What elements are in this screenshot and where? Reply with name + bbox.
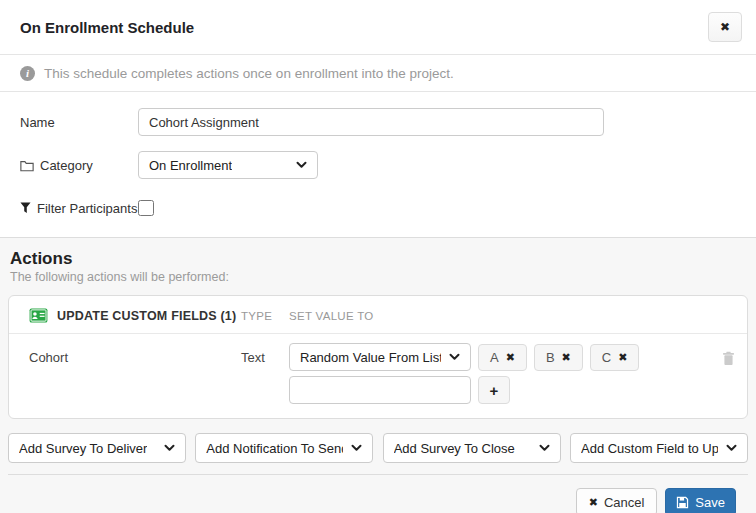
chevron-down-icon — [164, 444, 175, 452]
list-value-tag[interactable]: C ✖ — [590, 344, 640, 371]
category-selected-value: On Enrollment — [149, 158, 232, 173]
chevron-down-icon — [726, 444, 737, 452]
name-label-text: Name — [20, 115, 55, 130]
cancel-label: Cancel — [604, 495, 644, 510]
trash-icon — [722, 351, 735, 366]
category-row: Category On Enrollment — [20, 151, 736, 179]
close-button[interactable]: ✖ — [708, 12, 742, 42]
name-label: Name — [20, 115, 138, 130]
info-text: This schedule completes actions once on … — [44, 66, 454, 81]
value-mode-select[interactable]: Random Value From List — [289, 343, 471, 371]
tag-label: C — [602, 350, 611, 365]
save-disk-icon — [676, 496, 689, 509]
update-custom-fields-card: UPDATE CUSTOM FIELDS (1) TYPE SET VALUE … — [8, 295, 748, 419]
add-select-label: Add Survey To Close — [394, 441, 515, 456]
actions-section: Actions The following actions will be pe… — [0, 237, 756, 513]
tag-label: B — [546, 350, 555, 365]
card-title: UPDATE CUSTOM FIELDS (1) — [57, 309, 236, 323]
modal-title: On Enrollment Schedule — [20, 19, 194, 36]
folder-icon — [20, 159, 34, 172]
actions-heading: Actions — [10, 249, 748, 269]
chevron-down-icon — [351, 444, 362, 452]
filter-participants-checkbox[interactable] — [138, 200, 154, 216]
add-survey-to-close-select[interactable]: Add Survey To Close — [383, 433, 561, 463]
remove-icon[interactable]: ✖ — [562, 351, 571, 364]
add-select-label: Add Survey To Deliver — [19, 441, 147, 456]
plus-icon: + — [490, 382, 499, 399]
actions-subheading: The following actions will be performed: — [10, 270, 748, 284]
add-action-row: Add Survey To Deliver Add Notification T… — [8, 433, 748, 463]
category-label-text: Category — [40, 158, 93, 173]
custom-field-row: Cohort Text Random Value From List A ✖ — [9, 334, 747, 418]
list-value-tag[interactable]: B ✖ — [534, 344, 583, 371]
field-type: Text — [241, 343, 289, 365]
column-header-type: TYPE — [241, 310, 289, 322]
cancel-x-icon: ✖ — [589, 496, 598, 509]
chevron-down-icon — [539, 444, 550, 452]
name-row: Name — [20, 108, 736, 136]
tag-label: A — [490, 350, 499, 365]
remove-icon[interactable]: ✖ — [506, 351, 515, 364]
info-banner: i This schedule completes actions once o… — [0, 55, 756, 92]
close-icon: ✖ — [720, 20, 730, 34]
modal-header: On Enrollment Schedule ✖ — [0, 0, 756, 55]
info-icon: i — [20, 66, 35, 81]
add-value-button[interactable]: + — [478, 376, 510, 404]
filter-participants-label: Filter Participants — [20, 201, 138, 216]
new-list-value-input[interactable] — [289, 376, 471, 404]
schedule-form: Name Category On Enrollment — [0, 92, 756, 237]
filter-participants-label-text: Filter Participants — [37, 201, 137, 216]
cancel-button[interactable]: ✖ Cancel — [576, 488, 658, 513]
add-select-label: Add Notification To Send — [206, 441, 343, 456]
category-label: Category — [20, 158, 138, 173]
save-button[interactable]: Save — [665, 488, 736, 513]
chevron-down-icon — [449, 353, 460, 361]
value-mode-selected: Random Value From List — [300, 350, 441, 365]
save-label: Save — [695, 495, 725, 510]
filter-icon — [20, 202, 31, 214]
set-value-cell: Random Value From List A ✖ B ✖ — [289, 343, 701, 404]
add-notification-to-send-select[interactable]: Add Notification To Send — [195, 433, 373, 463]
field-name: Cohort — [29, 343, 241, 365]
add-custom-field-to-update-select[interactable]: Add Custom Field to Updat — [570, 433, 748, 463]
on-enrollment-schedule-modal: On Enrollment Schedule ✖ i This schedule… — [0, 0, 756, 513]
remove-icon[interactable]: ✖ — [618, 351, 627, 364]
address-card-icon — [29, 308, 48, 323]
modal-footer: ✖ Cancel Save — [8, 474, 748, 513]
chevron-down-icon — [296, 161, 307, 169]
card-header: UPDATE CUSTOM FIELDS (1) TYPE SET VALUE … — [9, 296, 747, 334]
column-header-set-value-to: SET VALUE TO — [289, 310, 737, 322]
delete-field-button[interactable] — [701, 343, 737, 366]
list-value-tag[interactable]: A ✖ — [478, 344, 527, 371]
add-select-label: Add Custom Field to Updat — [581, 441, 718, 456]
category-select[interactable]: On Enrollment — [138, 151, 318, 179]
filter-participants-row: Filter Participants — [20, 194, 736, 222]
name-input[interactable] — [138, 108, 604, 136]
add-survey-to-deliver-select[interactable]: Add Survey To Deliver — [8, 433, 186, 463]
